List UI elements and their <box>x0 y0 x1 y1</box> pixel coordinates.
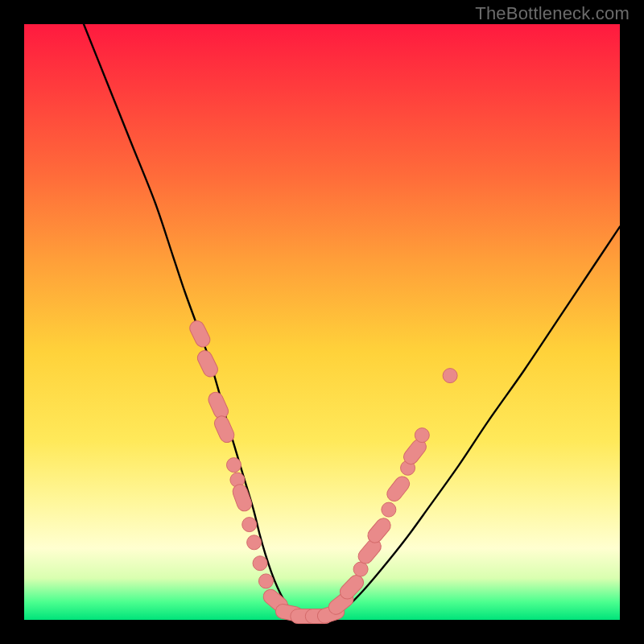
data-point <box>253 556 267 571</box>
bottleneck-curve-path <box>84 24 620 617</box>
data-capsule <box>206 390 230 420</box>
data-markers <box>188 319 457 625</box>
data-capsule <box>195 349 220 379</box>
data-point <box>382 502 396 517</box>
data-point <box>247 535 262 550</box>
data-capsule <box>231 482 254 513</box>
attribution-label: TheBottleneck.com <box>475 3 630 24</box>
chart-frame: TheBottleneck.com <box>0 0 644 644</box>
data-capsule <box>188 319 213 349</box>
data-point <box>415 428 429 443</box>
bottleneck-curve <box>84 24 620 617</box>
data-capsule <box>384 473 412 504</box>
data-point <box>258 574 273 588</box>
chart-svg <box>24 24 620 620</box>
data-point <box>226 458 241 473</box>
data-point <box>242 518 257 532</box>
data-point <box>353 562 368 576</box>
data-point <box>443 369 457 383</box>
